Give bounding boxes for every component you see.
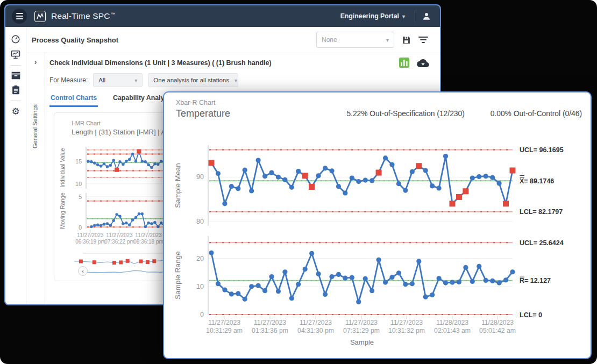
cloud-icon — [417, 59, 429, 67]
general-settings-rail: › General Settings — [26, 53, 45, 305]
trademark-mark: ™ — [111, 12, 115, 17]
svg-text:11/27/2023: 11/27/2023 — [390, 319, 423, 326]
screenshot-canvas: Real-Time SPC™ Engineering Portal ▾ — [0, 0, 597, 364]
svg-text:11/27/2023: 11/27/2023 — [254, 319, 286, 326]
sidebar-item-settings[interactable]: ⚙ — [11, 107, 19, 116]
svg-text:R= 12.127: R= 12.127 — [520, 277, 551, 284]
svg-text:20: 20 — [196, 255, 204, 262]
template-select-value: None — [322, 36, 337, 44]
svg-text:10:31:32 pm: 10:31:32 pm — [388, 327, 425, 334]
svg-text:0: 0 — [79, 224, 82, 231]
svg-text:80: 80 — [196, 218, 204, 225]
sidebar-item-spc-monitor[interactable] — [11, 50, 20, 59]
chart-view-icon[interactable] — [399, 58, 409, 68]
chevron-down-icon: ▾ — [402, 13, 405, 19]
gear-icon: ⚙ — [11, 107, 19, 116]
svg-text:UCL= 25.6424: UCL= 25.6424 — [520, 239, 564, 247]
sidebar-item-checklist[interactable] — [12, 85, 20, 95]
sidebar-item-materials[interactable] — [11, 72, 20, 80]
out-of-control-stat: 0.00% Out-of-Control (0/46) — [491, 110, 582, 118]
template-select[interactable]: None ▾ — [316, 32, 394, 48]
page-title: Process Quality Snapshot — [32, 36, 118, 44]
portal-label: Engineering Portal — [340, 12, 399, 20]
svg-text:11/27/2023: 11/27/2023 — [106, 232, 133, 238]
measure-controls: For Measure: All ▾ One analysis for all … — [47, 68, 440, 87]
svg-text:06:36:19 pm: 06:36:19 pm — [75, 239, 105, 245]
tab-control-charts[interactable]: Control Charts — [49, 94, 98, 107]
app-logo-icon — [34, 11, 46, 22]
svg-text:07:31:29 pm: 07:31:29 pm — [343, 327, 380, 334]
page-toolbar: Process Quality Snapshot None ▾ — [26, 27, 440, 53]
xbar-chart-kicker: Xbar-R Chart — [176, 99, 230, 106]
chevron-down-icon: ▾ — [129, 77, 137, 83]
svg-text:11/27/2023: 11/27/2023 — [300, 319, 332, 326]
svg-text:5: 5 — [79, 194, 82, 200]
filter-button[interactable] — [418, 36, 428, 44]
svg-text:11/27/2023: 11/27/2023 — [77, 232, 104, 238]
svg-text:Sample Range: Sample Range — [174, 251, 182, 299]
svg-text:11/27/2023: 11/27/2023 — [345, 319, 378, 326]
svg-text:0: 0 — [200, 311, 204, 318]
svg-text:04:31:30 pm: 04:31:30 pm — [297, 327, 334, 334]
for-measure-label: For Measure: — [49, 76, 88, 84]
svg-text:10:31:29 am: 10:31:29 am — [206, 327, 243, 334]
sidebar-item-dashboard[interactable] — [11, 34, 20, 44]
header-divider — [415, 10, 415, 22]
clipboard-icon — [12, 85, 20, 95]
xbar-r-window: Xbar-R Chart Temperature 5.22% Out-of-Sp… — [163, 91, 592, 359]
svg-text:11/27/2023: 11/27/2023 — [135, 232, 162, 238]
save-disk-icon — [402, 35, 411, 45]
save-button[interactable] — [402, 35, 411, 45]
svg-text:07:36:22 pm: 07:36:22 pm — [104, 239, 134, 245]
svg-text:15: 15 — [75, 158, 82, 165]
navigator-collapse-button[interactable]: ‹ — [78, 266, 88, 276]
chevron-down-icon: ▾ — [229, 77, 237, 83]
svg-text:10: 10 — [75, 181, 82, 187]
portal-dropdown[interactable]: Engineering Portal ▾ — [337, 12, 408, 20]
app-title: Real-Time SPC™ — [51, 11, 115, 21]
hamburger-icon — [16, 13, 23, 14]
svg-text:11/28/2023: 11/28/2023 — [436, 319, 468, 326]
xbar-r-chart: 9080Sample MeanUCL= 96.1695X= 89.1746LCL… — [164, 125, 592, 359]
menu-button[interactable] — [12, 9, 27, 24]
svg-text:LCL= 82.1797: LCL= 82.1797 — [520, 208, 563, 216]
svg-text:LCL= 0: LCL= 0 — [520, 311, 542, 319]
xbar-chart-title: Temperature — [176, 108, 230, 119]
measure-select[interactable]: All ▾ — [93, 73, 143, 87]
bar-chart-icon — [401, 60, 408, 66]
analysis-title: Check Individual Dimensions (1 Unit | 3 … — [49, 59, 272, 67]
sidebar: ⚙ — [5, 27, 26, 305]
svg-text:11/27/2023: 11/27/2023 — [208, 319, 240, 326]
sidebar-divider — [10, 65, 21, 66]
svg-text:X= 89.1746: X= 89.1746 — [520, 177, 554, 185]
svg-text:90: 90 — [196, 173, 204, 181]
chevron-down-icon: ▾ — [386, 37, 389, 43]
filter-icon — [418, 36, 428, 44]
app-header: Real-Time SPC™ Engineering Portal ▾ — [5, 5, 440, 27]
archive-box-icon — [11, 72, 20, 80]
svg-text:UCL= 96.1695: UCL= 96.1695 — [520, 146, 564, 154]
svg-text:08:36:18 pm: 08:36:18 pm — [133, 239, 164, 245]
svg-text:Sample Mean: Sample Mean — [174, 163, 182, 208]
svg-text:Sample: Sample — [350, 338, 374, 346]
user-account-icon[interactable] — [422, 11, 431, 21]
svg-text:Individual Value: Individual Value — [59, 148, 66, 188]
out-of-spec-stat: 5.22% Out-of-Specification (12/230) — [346, 110, 464, 118]
analysis-mode-select[interactable]: One analysis for all stations ▾ — [148, 73, 238, 87]
svg-text:05:01:42 am: 05:01:42 am — [479, 327, 516, 334]
svg-text:Moving Range: Moving Range — [59, 192, 66, 229]
rail-collapse-button[interactable]: › — [33, 56, 38, 67]
gauge-icon — [11, 34, 20, 44]
cloud-export-button[interactable] — [417, 59, 429, 67]
rail-label: General Settings — [32, 104, 38, 148]
sidebar-divider — [10, 101, 21, 101]
svg-text:01:31:36 pm: 01:31:36 pm — [252, 327, 288, 334]
svg-text:10: 10 — [196, 283, 204, 290]
svg-text:11/28/2023: 11/28/2023 — [481, 319, 514, 326]
xbar-r-header: Xbar-R Chart Temperature 5.22% Out-of-Sp… — [164, 92, 591, 119]
svg-text:02:01:43 am: 02:01:43 am — [434, 327, 471, 334]
monitor-chart-icon — [11, 50, 20, 59]
